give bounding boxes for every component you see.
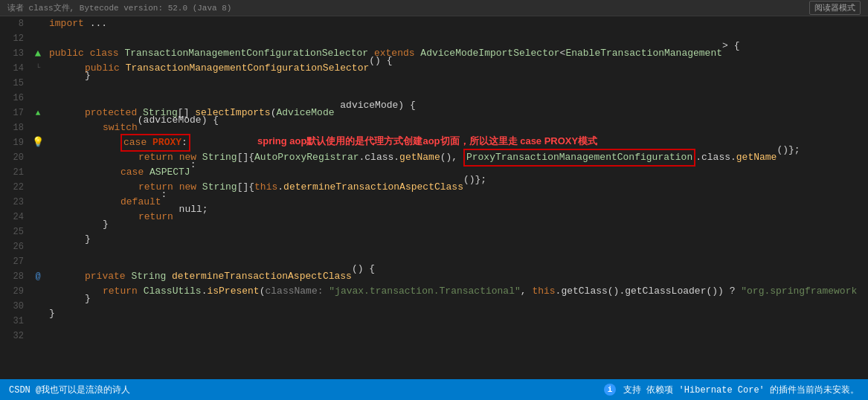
gutter-29	[30, 284, 46, 299]
reader-mode-btn[interactable]: 阅读器模式	[809, 1, 861, 15]
ln-30: 30	[0, 299, 30, 314]
gutter-31	[30, 314, 46, 329]
code-line-13: public class TransactionManagementConfig…	[49, 46, 868, 61]
gutter-32	[30, 329, 46, 343]
gutter-30	[30, 299, 46, 314]
line-numbers: 8 12 13 14 15 16 17 18 19 20 21 22 23 24…	[0, 16, 30, 379]
type-string-arr-22: String	[202, 180, 237, 195]
ln-13: 13	[0, 46, 30, 61]
kw-protected: protected	[85, 106, 137, 120]
type-classutils: ClassUtils	[144, 284, 202, 299]
annotation-text: spring aop默认使用的是代理方式创建aop切面，所以这里走 case P…	[257, 134, 597, 149]
code-line-31: }	[49, 314, 868, 329]
csdn-badge: CSDN @我也可以是流浪的诗人	[9, 384, 130, 396]
proxy-keyword: PROXY	[152, 137, 181, 148]
gutter-15	[30, 76, 46, 91]
file-info: 读者 class文件, Bytecode version: 52.0 (Java…	[7, 2, 231, 13]
parent-class: AdviceModeImportSelector	[420, 46, 559, 61]
kw-import: import	[49, 16, 84, 31]
bottom-bar-left: CSDN @我也可以是流浪的诗人	[9, 384, 130, 396]
code-line-26: }	[49, 239, 868, 254]
code-line-32	[49, 329, 868, 343]
gutter-18	[30, 120, 46, 135]
ln-16: 16	[0, 91, 30, 106]
ln-25: 25	[0, 225, 30, 239]
ln-22: 22	[0, 180, 30, 195]
class-name: TransactionManagementConfigurationSelect…	[124, 46, 368, 61]
proxy-cls-highlight: ProxyTransactionManagementConfiguration	[463, 149, 695, 167]
kw-case-21: case	[120, 165, 144, 180]
code-line-21: case ASPECTJ:	[49, 165, 868, 180]
gutter-14: └	[30, 61, 46, 76]
bottom-bar: CSDN @我也可以是流浪的诗人 i 支持 依赖项 'Hibernate Cor…	[0, 379, 868, 400]
ln-8: 8	[0, 16, 30, 31]
kw-this: this	[254, 180, 277, 195]
ln-23: 23	[0, 195, 30, 210]
kw-case: case	[123, 137, 147, 148]
ln-18: 18	[0, 120, 30, 135]
ln-17: 17	[0, 106, 30, 120]
gutter-19: 💡	[30, 135, 46, 150]
info-text: 支持 依赖项 'Hibernate Core' 的插件当前尚未安装。	[623, 384, 859, 396]
code-line-15: }	[49, 76, 868, 91]
type-aspectj: ASPECTJ	[150, 165, 190, 180]
kw-public-13: public	[49, 46, 84, 61]
bottom-bar-right[interactable]: i 支持 依赖项 'Hibernate Core' 的插件当前尚未安装。	[604, 384, 859, 396]
kw-return-24: return	[138, 210, 173, 225]
dots: ...	[90, 16, 107, 31]
gutter-16	[30, 91, 46, 106]
gutter-17: ▲	[30, 106, 46, 120]
ln-29: 29	[0, 284, 30, 299]
code-line-27	[49, 254, 868, 269]
fn-determine: determineTransactionAspectClass	[283, 180, 463, 195]
fn-ispresent: isPresent	[207, 284, 259, 299]
code-line-19: case PROXY: spring aop默认使用的是代理方式创建aop切面，…	[49, 135, 868, 150]
cm-classname: className:	[265, 284, 323, 299]
code-line-20: return new String[]{AutoProxyRegistrar.c…	[49, 150, 868, 165]
code-line-29: return ClassUtils.isPresent(className: "…	[49, 284, 868, 299]
code-line-16	[49, 91, 868, 106]
kw-default: default	[120, 195, 161, 210]
ln-20: 20	[0, 150, 30, 165]
gutter-26	[30, 239, 46, 254]
ln-15: 15	[0, 76, 30, 91]
case-proxy-highlight: case PROXY:	[120, 134, 190, 152]
ln-27: 27	[0, 254, 30, 269]
type-string-28: String	[131, 269, 166, 284]
gutter-12	[30, 31, 46, 46]
fn-getname2: getName	[736, 150, 777, 165]
code-content: import ... public class TransactionManag…	[46, 16, 868, 379]
editor-area: 8 12 13 14 15 16 17 18 19 20 21 22 23 24…	[0, 16, 868, 379]
top-bar: 读者 class文件, Bytecode version: 52.0 (Java…	[0, 0, 868, 16]
gutter-25	[30, 225, 46, 239]
fn-getname1: getName	[399, 150, 440, 165]
gutter: ▲ └ ▲ 💡 @	[30, 16, 46, 379]
code-line-23: default:	[49, 195, 868, 210]
kw-private: private	[85, 269, 126, 284]
type-proxytxmgmt: ProxyTransactionManagementConfiguration	[466, 152, 692, 163]
csdn-text: CSDN @我也可以是流浪的诗人	[9, 384, 130, 396]
generic-type: EnableTransactionManagement	[565, 46, 722, 61]
code-line-28: private String determineTransactionAspec…	[49, 269, 868, 284]
gutter-23	[30, 195, 46, 210]
code-line-24: return null;	[49, 210, 868, 225]
type-advicemode: AdviceMode	[276, 106, 334, 120]
gutter-20	[30, 150, 46, 165]
ln-31: 31	[0, 314, 30, 329]
type-autoproxy: AutoProxyRegistrar	[254, 150, 359, 165]
fn-determine-28: determineTransactionAspectClass	[172, 269, 352, 284]
ln-12: 12	[0, 31, 30, 46]
top-bar-right[interactable]: 阅读器模式	[809, 1, 861, 15]
code-line-14: public TransactionManagementConfiguratio…	[49, 61, 868, 76]
kw-return-20: return	[138, 150, 173, 165]
kw-switch: switch	[103, 120, 138, 135]
str-org: "org.springframework	[741, 284, 857, 299]
info-icon: i	[604, 384, 616, 396]
kw-class: class	[90, 46, 119, 61]
gutter-13: ▲	[30, 46, 46, 61]
gutter-28: @	[30, 269, 46, 284]
code-line-8: import ...	[49, 16, 868, 31]
ln-24: 24	[0, 210, 30, 225]
code-line-18: switch(adviceMode) {	[49, 120, 868, 135]
fn-constructor: TransactionManagementConfigurationSelect…	[126, 61, 370, 76]
